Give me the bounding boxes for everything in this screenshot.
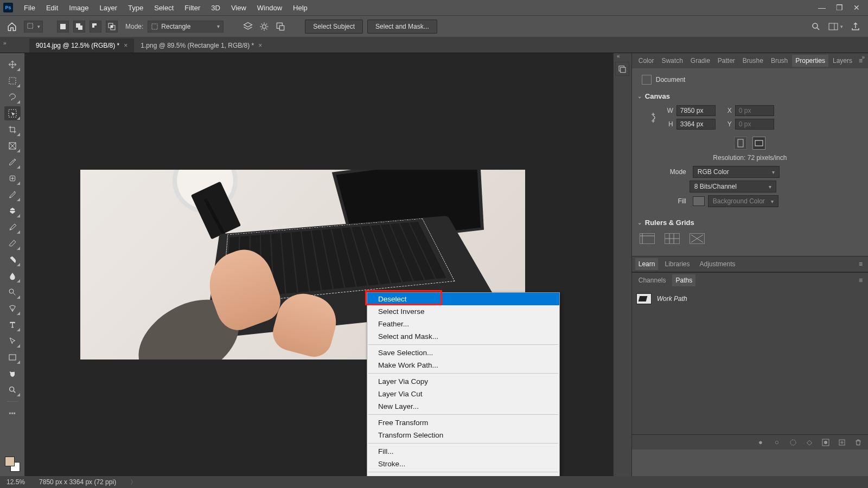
width-field[interactable]: 7850 px bbox=[676, 105, 716, 116]
select-subject-button[interactable]: Select Subject bbox=[305, 20, 363, 34]
color-swatches[interactable] bbox=[5, 457, 20, 472]
workspace-switcher[interactable]: ▾ bbox=[828, 23, 843, 30]
stroke-path-icon[interactable]: ○ bbox=[773, 438, 781, 447]
hand-tool[interactable] bbox=[4, 367, 21, 381]
gradient-tool[interactable] bbox=[4, 253, 21, 267]
ctx-make-work-path[interactable]: Make Work Path... bbox=[367, 359, 559, 371]
fill-swatch[interactable] bbox=[693, 196, 705, 206]
path-selection-tool[interactable] bbox=[4, 334, 21, 348]
guides-icon[interactable] bbox=[690, 233, 705, 244]
pen-tool[interactable] bbox=[4, 301, 21, 316]
document-tab-1[interactable]: 9014.jpg @ 12.5% (RGB/8) * × bbox=[29, 38, 134, 53]
menu-help[interactable]: Help bbox=[288, 2, 313, 14]
rectangle-tool[interactable] bbox=[4, 350, 21, 364]
history-panel-icon[interactable] bbox=[615, 62, 629, 76]
tab-learn[interactable]: Learn bbox=[635, 258, 659, 270]
ruler-icon[interactable] bbox=[640, 233, 655, 244]
object-selection-tool[interactable] bbox=[4, 106, 21, 120]
collapse-icon[interactable]: » bbox=[861, 54, 865, 60]
ctx-feather[interactable]: Feather... bbox=[367, 318, 559, 330]
delete-path-icon[interactable] bbox=[854, 438, 863, 447]
grid-icon[interactable] bbox=[665, 233, 680, 244]
color-mode-select[interactable]: RGB Color bbox=[693, 166, 780, 178]
mode-select[interactable]: Rectangle bbox=[148, 21, 224, 33]
make-work-path-icon[interactable]: ◇ bbox=[805, 438, 814, 447]
portrait-button[interactable] bbox=[734, 137, 747, 150]
intersect-selection-icon[interactable] bbox=[106, 21, 118, 33]
expand-tabs-icon[interactable]: » bbox=[3, 40, 7, 46]
height-field[interactable]: 3364 px bbox=[676, 119, 716, 130]
canvas-section-header[interactable]: ⌄Canvas bbox=[637, 90, 863, 102]
menu-image[interactable]: Image bbox=[63, 2, 94, 14]
edit-toolbar-icon[interactable]: ••• bbox=[4, 407, 21, 421]
clone-stamp-tool[interactable] bbox=[4, 204, 21, 218]
lasso-tool[interactable] bbox=[4, 90, 21, 104]
rulers-section-header[interactable]: ⌄Rulers & Grids bbox=[637, 216, 863, 229]
type-tool[interactable] bbox=[4, 318, 21, 332]
menu-3d[interactable]: 3D bbox=[206, 2, 226, 14]
tab-gradients[interactable]: Gradie bbox=[687, 55, 713, 67]
ctx-fill[interactable]: Fill... bbox=[367, 445, 559, 458]
tab-swatches[interactable]: Swatch bbox=[658, 55, 686, 67]
expand-icon[interactable]: « bbox=[617, 53, 620, 59]
zoom-tool[interactable] bbox=[4, 383, 21, 397]
close-button[interactable]: ✕ bbox=[853, 4, 860, 11]
brush-tool[interactable] bbox=[4, 188, 21, 202]
panel-menu-icon[interactable]: ≡ bbox=[857, 275, 865, 285]
link-icon[interactable] bbox=[648, 110, 658, 126]
search-icon[interactable] bbox=[811, 22, 821, 31]
ctx-select-inverse[interactable]: Select Inverse bbox=[367, 305, 559, 318]
tab-patterns[interactable]: Patter bbox=[714, 55, 738, 67]
add-selection-icon[interactable] bbox=[73, 21, 85, 33]
ctx-stroke[interactable]: Stroke... bbox=[367, 458, 559, 470]
menu-view[interactable]: View bbox=[226, 2, 252, 14]
menu-filter[interactable]: Filter bbox=[179, 2, 206, 14]
foreground-color-swatch[interactable] bbox=[5, 457, 15, 466]
bit-depth-select[interactable]: 8 Bits/Channel bbox=[690, 181, 776, 192]
ctx-deselect[interactable]: Deselect bbox=[367, 293, 559, 305]
ctx-layer-via-cut[interactable]: Layer Via Cut bbox=[367, 388, 559, 400]
subtract-selection-icon[interactable] bbox=[90, 21, 101, 33]
close-icon[interactable]: × bbox=[124, 42, 127, 49]
landscape-button[interactable] bbox=[752, 137, 765, 150]
move-tool[interactable] bbox=[4, 57, 21, 72]
home-button[interactable] bbox=[4, 19, 20, 34]
new-path-icon[interactable] bbox=[838, 438, 846, 447]
menu-layer[interactable]: Layer bbox=[94, 2, 123, 14]
tab-color[interactable]: Color bbox=[635, 55, 658, 67]
menu-select[interactable]: Select bbox=[149, 2, 179, 14]
tab-adjustments[interactable]: Adjustments bbox=[697, 258, 739, 270]
eyedropper-tool[interactable] bbox=[4, 155, 21, 169]
new-selection-icon[interactable] bbox=[57, 21, 69, 33]
ctx-save-selection[interactable]: Save Selection... bbox=[367, 346, 559, 359]
tab-layers[interactable]: Layers bbox=[829, 55, 856, 67]
frame-tool[interactable] bbox=[4, 139, 21, 153]
share-icon[interactable] bbox=[851, 22, 860, 31]
menu-edit[interactable]: Edit bbox=[41, 2, 63, 14]
sample-all-layers-icon[interactable] bbox=[242, 21, 254, 33]
tool-preset-picker[interactable]: ▾ bbox=[24, 21, 43, 33]
select-and-mask-button[interactable]: Select and Mask... bbox=[367, 20, 437, 34]
menu-window[interactable]: Window bbox=[252, 2, 288, 14]
panel-menu-icon[interactable]: ≡ bbox=[857, 259, 865, 269]
ctx-select-and-mask[interactable]: Select and Mask... bbox=[367, 330, 559, 343]
status-caret-icon[interactable]: 〉 bbox=[130, 478, 137, 487]
load-path-selection-icon[interactable] bbox=[789, 438, 797, 447]
add-mask-icon[interactable] bbox=[821, 438, 830, 447]
close-icon[interactable]: × bbox=[258, 42, 262, 49]
zoom-level[interactable]: 12.5% bbox=[7, 478, 25, 486]
tab-brushes[interactable]: Brushe bbox=[739, 55, 767, 67]
dodge-tool[interactable] bbox=[4, 285, 21, 299]
document-dimensions[interactable]: 7850 px x 3364 px (72 ppi) bbox=[39, 478, 116, 486]
path-item-work-path[interactable]: Work Path bbox=[635, 291, 865, 306]
ctx-free-transform[interactable]: Free Transform bbox=[367, 416, 559, 429]
minimize-button[interactable]: — bbox=[818, 4, 826, 11]
canvas-area[interactable]: Deselect Select Inverse Feather... Selec… bbox=[25, 53, 613, 476]
history-brush-tool[interactable] bbox=[4, 220, 21, 234]
ctx-new-layer[interactable]: New Layer... bbox=[367, 400, 559, 413]
tab-brush-settings[interactable]: Brush bbox=[768, 55, 791, 67]
eraser-tool[interactable] bbox=[4, 236, 21, 251]
marquee-tool[interactable] bbox=[4, 74, 21, 88]
restore-button[interactable]: ❐ bbox=[835, 4, 843, 11]
blur-tool[interactable] bbox=[4, 269, 21, 283]
